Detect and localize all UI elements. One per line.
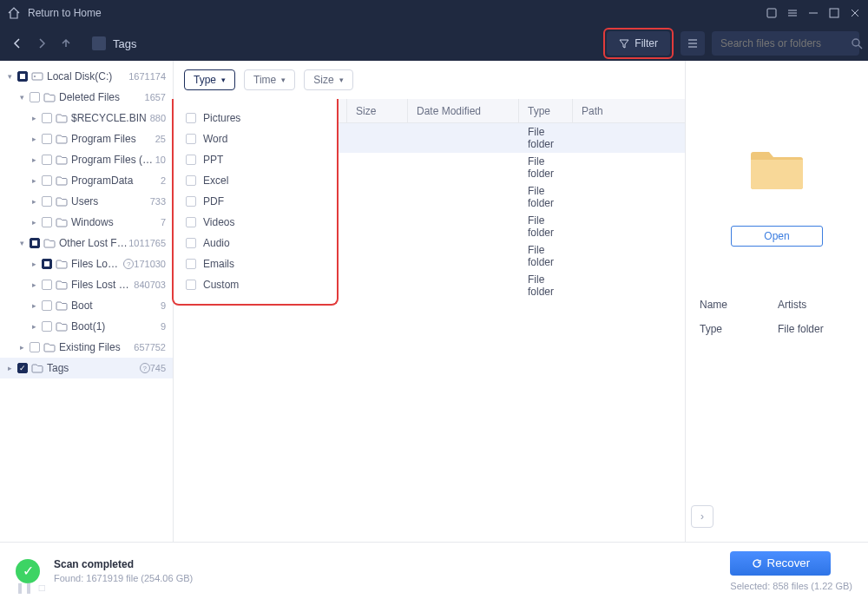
tree-checkbox[interactable] bbox=[42, 113, 52, 123]
option-checkbox[interactable] bbox=[186, 113, 196, 123]
view-mode-button[interactable] bbox=[681, 31, 705, 56]
filter-size-chip[interactable]: Size▾ bbox=[304, 69, 352, 90]
feedback-icon[interactable] bbox=[766, 7, 778, 19]
expand-icon[interactable]: ▸ bbox=[30, 301, 38, 310]
minimize-icon[interactable] bbox=[807, 7, 819, 19]
expand-icon[interactable]: ▾ bbox=[5, 72, 14, 81]
type-filter-dropdown[interactable]: PicturesWordPPTExcelPDFVideosAudioEmails… bbox=[172, 99, 339, 306]
tree-checkbox[interactable] bbox=[17, 71, 28, 82]
tree-checkbox[interactable] bbox=[17, 363, 28, 373]
search-input[interactable] bbox=[720, 37, 851, 49]
type-option[interactable]: Custom bbox=[174, 274, 337, 295]
tree-row[interactable]: ▸Files Lost Origi...?171030 bbox=[0, 253, 173, 274]
col-type[interactable]: Type bbox=[519, 99, 573, 122]
type-option[interactable]: Word bbox=[174, 128, 337, 149]
up-icon[interactable] bbox=[57, 35, 75, 52]
back-icon[interactable] bbox=[9, 35, 26, 52]
home-icon[interactable] bbox=[7, 6, 21, 20]
svg-rect-1 bbox=[830, 9, 838, 17]
tree-checkbox[interactable] bbox=[30, 238, 40, 248]
type-option[interactable]: Pictures bbox=[174, 108, 337, 128]
tree-row[interactable]: ▾Deleted Files1657 bbox=[0, 87, 173, 108]
tree-checkbox[interactable] bbox=[42, 259, 52, 269]
tree-checkbox[interactable] bbox=[42, 280, 52, 290]
filter-button[interactable]: Filter bbox=[607, 31, 670, 56]
tree-row[interactable]: ▸Existing Files657752 bbox=[0, 337, 173, 358]
help-icon[interactable]: ? bbox=[140, 363, 150, 373]
tree-checkbox[interactable] bbox=[42, 155, 52, 165]
forward-icon[interactable] bbox=[33, 35, 50, 52]
tree-count: 840703 bbox=[134, 280, 166, 290]
expand-icon[interactable]: ▾ bbox=[17, 93, 26, 102]
expand-icon[interactable]: ▸ bbox=[17, 343, 26, 352]
expand-icon[interactable]: ▸ bbox=[30, 114, 38, 122]
expand-icon[interactable]: ▸ bbox=[30, 135, 38, 143]
tree-label: $RECYCLE.BIN bbox=[71, 112, 150, 124]
expand-icon[interactable]: ▸ bbox=[30, 260, 38, 268]
filter-type-chip[interactable]: Type▾ bbox=[184, 69, 235, 90]
expand-icon[interactable]: ▸ bbox=[30, 280, 38, 289]
return-home-link[interactable]: Return to Home bbox=[28, 7, 102, 19]
tree-row[interactable]: ▾Other Lost Files1011765 bbox=[0, 233, 173, 253]
option-checkbox[interactable] bbox=[186, 238, 196, 248]
tree-row[interactable]: ▸Windows7 bbox=[0, 212, 173, 233]
option-checkbox[interactable] bbox=[186, 196, 196, 207]
type-option[interactable]: PDF bbox=[174, 191, 337, 212]
tree-row[interactable]: ▾Local Disk(C:)1671174 bbox=[0, 66, 173, 87]
expand-icon[interactable]: ▸ bbox=[30, 176, 38, 185]
open-button[interactable]: Open bbox=[731, 226, 823, 247]
tree-checkbox[interactable] bbox=[42, 217, 52, 227]
expand-icon[interactable]: ▸ bbox=[5, 364, 14, 372]
expand-icon[interactable]: ▸ bbox=[30, 197, 38, 206]
tree-checkbox[interactable] bbox=[42, 321, 52, 332]
tree-row[interactable]: ▸Tags?745 bbox=[0, 358, 173, 378]
option-checkbox[interactable] bbox=[186, 217, 196, 227]
expand-icon[interactable]: ▸ bbox=[30, 155, 38, 164]
tree-row[interactable]: ▸Boot9 bbox=[0, 295, 173, 316]
recover-button[interactable]: Recover bbox=[730, 551, 831, 576]
maximize-icon[interactable] bbox=[828, 7, 840, 19]
tree-checkbox[interactable] bbox=[30, 342, 40, 352]
next-page-button[interactable]: › bbox=[691, 505, 713, 528]
option-checkbox[interactable] bbox=[186, 155, 196, 165]
folder-tree[interactable]: ▾Local Disk(C:)1671174▾Deleted Files1657… bbox=[0, 61, 174, 542]
scan-controls[interactable]: ❚❚ □ bbox=[16, 582, 45, 594]
menu-icon[interactable] bbox=[786, 7, 799, 19]
col-size[interactable]: Size bbox=[347, 99, 408, 122]
expand-icon[interactable]: ▸ bbox=[30, 322, 38, 331]
tree-row[interactable]: ▸Program Files (x86)10 bbox=[0, 149, 173, 170]
option-checkbox[interactable] bbox=[186, 280, 196, 290]
tree-row[interactable]: ▸$RECYCLE.BIN880 bbox=[0, 108, 173, 128]
option-checkbox[interactable] bbox=[186, 134, 196, 144]
tree-checkbox[interactable] bbox=[42, 134, 52, 144]
tree-checkbox[interactable] bbox=[42, 175, 52, 186]
option-checkbox[interactable] bbox=[186, 259, 196, 269]
type-option[interactable]: PPT bbox=[174, 149, 337, 170]
filter-time-chip[interactable]: Time▾ bbox=[244, 69, 295, 90]
col-date[interactable]: Date Modified bbox=[408, 99, 519, 122]
tree-checkbox[interactable] bbox=[42, 300, 52, 311]
tree-row[interactable]: ▸Boot(1)9 bbox=[0, 316, 173, 337]
expand-icon[interactable]: ▸ bbox=[30, 218, 38, 227]
expand-icon[interactable]: ▾ bbox=[17, 239, 26, 247]
folder-icon bbox=[56, 217, 68, 227]
option-checkbox[interactable] bbox=[186, 175, 196, 186]
type-option[interactable]: Emails bbox=[174, 253, 337, 274]
col-path[interactable]: Path bbox=[573, 99, 685, 122]
tree-row[interactable]: ▸ProgramData2 bbox=[0, 170, 173, 191]
help-icon[interactable]: ? bbox=[123, 259, 134, 269]
tree-checkbox[interactable] bbox=[30, 92, 40, 102]
type-option[interactable]: Excel bbox=[174, 170, 337, 191]
tree-count: 10 bbox=[155, 155, 166, 165]
tree-checkbox[interactable] bbox=[42, 196, 52, 207]
folder-icon bbox=[56, 280, 68, 290]
tree-row[interactable]: ▸Files Lost Original ...840703 bbox=[0, 274, 173, 295]
tree-row[interactable]: ▸Users733 bbox=[0, 191, 173, 212]
type-option[interactable]: Audio bbox=[174, 233, 337, 253]
close-icon[interactable] bbox=[849, 7, 861, 19]
type-option[interactable]: Videos bbox=[174, 212, 337, 233]
search-icon[interactable] bbox=[851, 37, 863, 49]
tree-row[interactable]: ▸Program Files25 bbox=[0, 128, 173, 149]
search-box[interactable] bbox=[712, 31, 859, 56]
folder-icon bbox=[43, 92, 56, 102]
